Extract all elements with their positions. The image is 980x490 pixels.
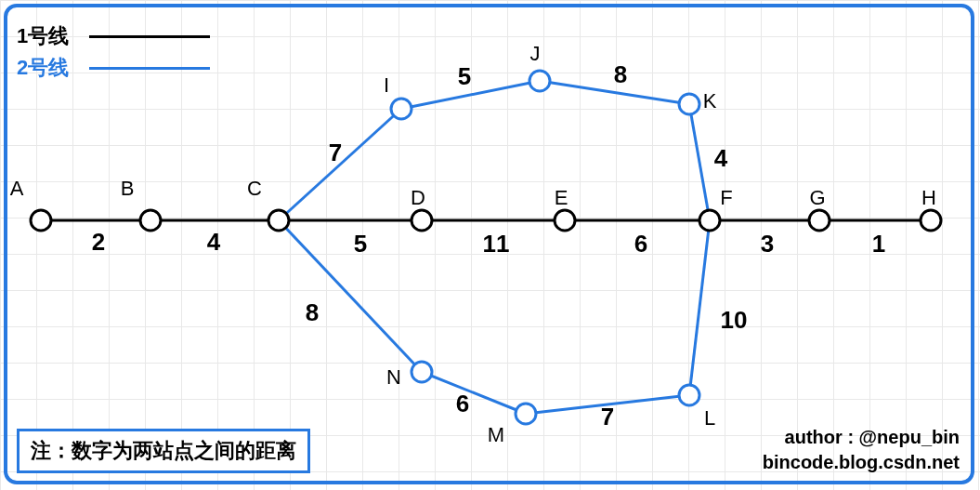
node-C bbox=[268, 210, 289, 231]
edge-weight-J-K: 8 bbox=[614, 60, 627, 89]
node-H bbox=[921, 210, 941, 231]
edge-weight-K-F: 4 bbox=[714, 144, 727, 173]
legend-label-line1: 1号线 bbox=[17, 22, 89, 50]
edge-weight-G-H: 1 bbox=[872, 230, 885, 258]
author-line1: author : @nepu_bin bbox=[763, 425, 960, 450]
node-label-G: G bbox=[809, 186, 825, 210]
node-A bbox=[31, 210, 51, 231]
node-label-A: A bbox=[10, 177, 24, 201]
legend-row-line1: 1号线 bbox=[17, 20, 210, 52]
edge-weight-F-L: 10 bbox=[721, 306, 748, 335]
node-K bbox=[679, 94, 699, 114]
edge-weight-I-J: 5 bbox=[458, 62, 471, 91]
edge-weight-E-F: 6 bbox=[634, 230, 647, 258]
edge-N-C bbox=[279, 220, 422, 372]
node-label-H: H bbox=[921, 186, 936, 210]
edge-F-L bbox=[689, 220, 710, 395]
diagram-canvas: 24511631758410768ABCDEFGHIJKLMN 1号线 2号线 … bbox=[0, 0, 980, 490]
node-label-E: E bbox=[555, 186, 568, 210]
node-N bbox=[412, 362, 432, 382]
node-L bbox=[679, 385, 699, 405]
note-text: 注：数字为两站点之间的距离 bbox=[31, 439, 296, 462]
edge-weight-D-E: 11 bbox=[483, 230, 510, 258]
edge-M-N bbox=[422, 372, 526, 414]
node-label-F: F bbox=[720, 186, 732, 210]
node-label-L: L bbox=[704, 406, 715, 430]
legend-swatch-line2 bbox=[89, 67, 210, 70]
node-J bbox=[529, 71, 550, 91]
edge-weight-F-G: 3 bbox=[761, 230, 774, 258]
edge-weight-N-C: 8 bbox=[306, 298, 319, 327]
node-G bbox=[809, 210, 830, 231]
edge-weight-C-I: 7 bbox=[329, 139, 342, 167]
edge-weight-C-D: 5 bbox=[354, 230, 367, 258]
node-E bbox=[555, 210, 575, 231]
note-box: 注：数字为两站点之间的距离 bbox=[17, 429, 310, 473]
node-label-M: M bbox=[488, 423, 504, 447]
node-label-C: C bbox=[247, 177, 262, 201]
node-label-K: K bbox=[703, 89, 717, 113]
legend-label-line2: 2号线 bbox=[17, 54, 89, 82]
edge-weight-B-C: 4 bbox=[207, 228, 220, 257]
node-F bbox=[699, 210, 720, 231]
author-line2: bincode.blog.csdn.net bbox=[763, 450, 960, 475]
node-label-N: N bbox=[386, 365, 401, 390]
legend: 1号线 2号线 bbox=[17, 20, 210, 84]
node-I bbox=[391, 99, 412, 119]
edge-weight-M-N: 6 bbox=[456, 390, 469, 418]
edge-weight-L-M: 7 bbox=[601, 403, 614, 431]
node-M bbox=[516, 404, 536, 424]
node-B bbox=[140, 210, 161, 231]
node-label-D: D bbox=[411, 186, 425, 210]
node-D bbox=[412, 210, 432, 231]
legend-row-line2: 2号线 bbox=[17, 52, 210, 84]
author-credit: author : @nepu_bin bincode.blog.csdn.net bbox=[763, 425, 960, 475]
node-label-J: J bbox=[530, 42, 541, 66]
node-label-I: I bbox=[384, 73, 389, 98]
edge-K-F bbox=[689, 104, 710, 220]
edge-weight-A-B: 2 bbox=[92, 228, 105, 257]
legend-swatch-line1 bbox=[89, 35, 210, 38]
node-label-B: B bbox=[121, 177, 135, 201]
